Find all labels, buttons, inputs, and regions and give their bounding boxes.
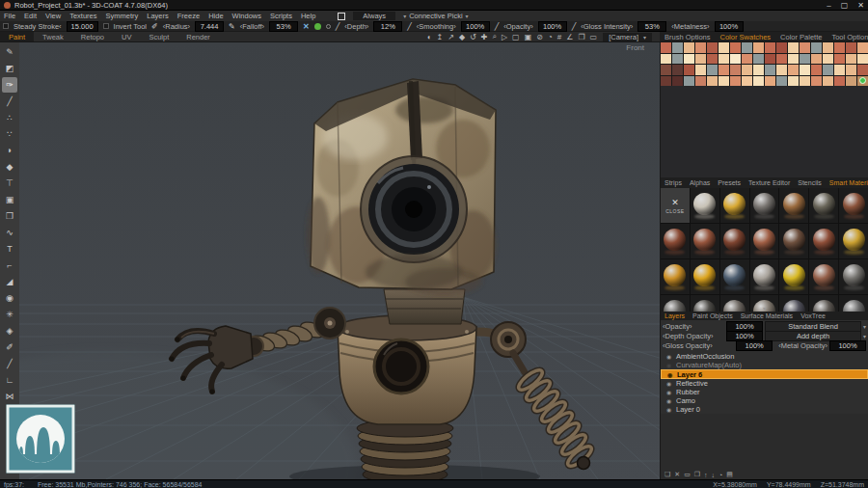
- color-swatch[interactable]: [695, 42, 706, 53]
- layer-row[interactable]: ◉ AmbientOcclusion: [661, 352, 868, 361]
- color-swatch[interactable]: [800, 76, 810, 87]
- smart-material-thumbnail[interactable]: [661, 295, 690, 312]
- fill-tool-icon[interactable]: ◩: [2, 61, 17, 76]
- Tweak[interactable]: Tweak: [34, 32, 72, 41]
- corner-tool-icon[interactable]: ∟: [2, 372, 17, 388]
- Render[interactable]: Render: [177, 32, 219, 41]
- color-swatch[interactable]: [800, 42, 810, 53]
- menu-item[interactable]: Scripts: [270, 12, 292, 20]
- Alphas[interactable]: Alphas: [686, 179, 714, 186]
- Retopo[interactable]: Retopo: [72, 32, 113, 41]
- color-swatch[interactable]: [857, 65, 868, 75]
- smart-material-thumbnail[interactable]: [779, 295, 808, 312]
- disable-icon[interactable]: ⊘: [536, 33, 543, 41]
- pan-icon[interactable]: ✚: [481, 33, 488, 41]
- close-material-button[interactable]: ✕ CLOSE: [661, 188, 690, 223]
- copy-view-icon[interactable]: ❐: [578, 33, 584, 41]
- curve-tool-icon[interactable]: ∿: [2, 225, 17, 240]
- brush-tool-icon[interactable]: ✑: [2, 77, 17, 93]
- color-swatch[interactable]: [672, 65, 683, 75]
- color-swatch[interactable]: [788, 42, 799, 53]
- color-swatch[interactable]: [765, 65, 775, 75]
- color-indicator-icon[interactable]: [314, 23, 321, 30]
- layer-row[interactable]: ◉ Reflective: [661, 379, 868, 388]
- menu-item[interactable]: Hide: [208, 12, 223, 20]
- smart-material-thumbnail[interactable]: [720, 188, 749, 223]
- delete-layer-icon[interactable]: ✕: [674, 471, 680, 478]
- move-icon[interactable]: ↗: [448, 33, 454, 41]
- color-swatch[interactable]: [707, 54, 718, 65]
- viewport-canvas[interactable]: [19, 42, 660, 479]
- menu-item[interactable]: Layers: [147, 12, 169, 20]
- color-swatch[interactable]: [753, 54, 764, 65]
- color-swatch[interactable]: [661, 76, 671, 87]
- color-swatch[interactable]: [765, 42, 775, 53]
- layer-row[interactable]: ◉ Rubber: [661, 388, 868, 396]
- picking-dropdown[interactable]: ▾ Connective Picki ▾: [403, 12, 468, 20]
- Smart Materials[interactable]: Smart Materials: [826, 179, 868, 186]
- Sculpt[interactable]: Sculpt: [140, 32, 177, 41]
- frame-icon[interactable]: ▢: [512, 33, 520, 41]
- color-swatch[interactable]: [684, 76, 694, 87]
- Color Swatches[interactable]: Color Swatches: [716, 33, 776, 41]
- color-swatch[interactable]: [834, 42, 845, 53]
- color-swatch[interactable]: [776, 65, 787, 75]
- Layers[interactable]: Layers: [661, 312, 689, 319]
- pen-pressure-icon[interactable]: ╱: [495, 22, 500, 31]
- smart-material-thumbnail[interactable]: [839, 188, 868, 223]
- color-swatch[interactable]: [834, 65, 845, 75]
- grid-icon[interactable]: #: [557, 33, 561, 41]
- color-swatch[interactable]: [776, 42, 787, 53]
- Surface Materials[interactable]: Surface Materials: [737, 312, 797, 319]
- color-swatch[interactable]: [684, 54, 694, 65]
- color-swatch[interactable]: [788, 65, 799, 75]
- color-swatch[interactable]: [857, 42, 868, 53]
- film-icon[interactable]: ▭: [590, 33, 598, 41]
- smart-material-thumbnail[interactable]: [839, 259, 868, 294]
- eye-icon[interactable]: ◉: [665, 362, 672, 368]
- smart-material-thumbnail[interactable]: [779, 259, 808, 294]
- color-swatch[interactable]: [834, 76, 845, 87]
- color-swatch[interactable]: [684, 65, 694, 75]
- more-materials-arrow[interactable]: ▾: [763, 306, 766, 312]
- color-swatch[interactable]: [742, 76, 752, 87]
- airbrush-tool-icon[interactable]: ∵: [2, 126, 17, 142]
- color-swatch[interactable]: [753, 65, 764, 75]
- metalness-value[interactable]: 100%: [715, 21, 744, 32]
- line-tool-icon[interactable]: ╱: [2, 94, 17, 109]
- clear-icon[interactable]: ✕: [303, 22, 310, 31]
- color-swatch[interactable]: [684, 42, 694, 53]
- smart-material-thumbnail[interactable]: [720, 224, 749, 258]
- depth-value[interactable]: 12%: [373, 21, 402, 32]
- color-swatch[interactable]: [765, 76, 775, 87]
- color-swatch[interactable]: [730, 76, 741, 87]
- chevron-down-icon[interactable]: ▾: [863, 323, 866, 330]
- stamp-tool-icon[interactable]: ⊤: [2, 176, 17, 191]
- opacity-value[interactable]: 100%: [538, 21, 567, 32]
- color-swatch[interactable]: [672, 54, 683, 65]
- smart-material-thumbnail[interactable]: [750, 188, 779, 223]
- gloss-intensity-value[interactable]: 53%: [637, 21, 666, 32]
- color-swatch[interactable]: [742, 42, 752, 53]
- Strips[interactable]: Strips: [661, 179, 686, 186]
- color-swatch[interactable]: [765, 54, 775, 65]
- color-swatch[interactable]: [742, 54, 752, 65]
- smart-material-thumbnail[interactable]: [809, 259, 838, 294]
- Texture Editor[interactable]: Texture Editor: [745, 179, 794, 186]
- eraser-tool-icon[interactable]: ◢: [2, 274, 17, 289]
- menu-item[interactable]: View: [45, 12, 61, 20]
- pencil-tool-icon[interactable]: ✎: [2, 44, 17, 60]
- eye-icon[interactable]: ◉: [665, 389, 672, 395]
- color-swatch[interactable]: [846, 76, 856, 87]
- layer-row[interactable]: ◉ Camo: [661, 396, 868, 405]
- eye-icon[interactable]: ◉: [665, 397, 672, 404]
- smart-material-thumbnail[interactable]: [750, 224, 779, 258]
- color-swatch[interactable]: [811, 42, 822, 53]
- symmetry-tool-icon[interactable]: ⋈: [2, 389, 17, 404]
- smart-material-thumbnail[interactable]: [720, 259, 749, 294]
- color-swatch[interactable]: [672, 42, 683, 53]
- smart-material-thumbnail[interactable]: [809, 188, 838, 223]
- smoothing-value[interactable]: 100%: [461, 21, 490, 32]
- stencil-tool-icon[interactable]: ◈: [2, 323, 17, 339]
- color-swatch[interactable]: [719, 54, 729, 65]
